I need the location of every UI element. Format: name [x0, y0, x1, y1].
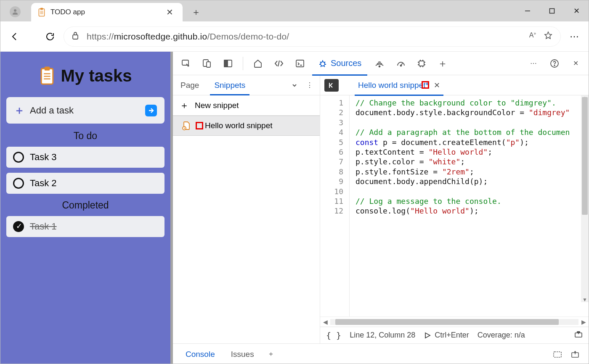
browser-titlebar: TODO app ✕ ＋ ✕ [0, 0, 589, 21]
url-text: https://microsoftedge.github.io/Demos/de… [87, 32, 289, 42]
cursor-position: Line 12, Column 28 [350, 331, 415, 340]
elements-tab-icon[interactable] [270, 55, 288, 72]
address-bar[interactable]: https://microsoftedge.github.io/Demos/de… [64, 26, 561, 47]
window-controls: ✕ [515, 0, 589, 21]
welcome-tab-icon[interactable] [249, 55, 267, 72]
plus-icon: ＋ [180, 99, 189, 112]
maximize-button[interactable] [540, 0, 564, 21]
devtools-tabstrip: Sources ＋ ⋯ ✕ [173, 52, 589, 75]
task-item[interactable]: Task 3 [6, 147, 164, 168]
browser-tab[interactable]: TODO app ✕ [31, 3, 183, 21]
drawer-expand-icon[interactable] [568, 347, 583, 362]
devtools-panel: Sources ＋ ⋯ ✕ Page Snippets ⋮ ＋ [170, 52, 589, 364]
close-tab-icon[interactable]: ✕ [434, 81, 440, 90]
minimize-button[interactable] [515, 0, 540, 21]
horizontal-scrollbar[interactable]: ◀▶ [320, 317, 589, 327]
circle-icon[interactable] [13, 152, 24, 163]
circle-icon[interactable] [13, 178, 24, 189]
collapse-navigator-button[interactable] [324, 79, 339, 92]
new-snippet-button[interactable]: ＋ New snippet [173, 95, 320, 116]
close-window-button[interactable]: ✕ [564, 0, 589, 21]
completed-heading: Completed [6, 200, 164, 211]
svg-point-22 [401, 65, 402, 66]
svg-rect-29 [554, 352, 561, 357]
svg-point-21 [379, 66, 380, 67]
read-aloud-icon[interactable]: A» [529, 31, 536, 42]
code-editor[interactable]: 123456789101112 // Change the background… [320, 95, 589, 317]
drawer-tab-issues[interactable]: Issues [224, 344, 261, 364]
svg-point-25 [554, 65, 555, 66]
network-tab-icon[interactable] [371, 55, 388, 72]
pretty-print-icon[interactable]: { } [326, 330, 341, 340]
todo-heading: To do [6, 130, 164, 142]
svg-rect-7 [550, 9, 555, 13]
task-item-completed[interactable]: Task 1 [6, 216, 164, 237]
code-editor-pane: Hello world snippet* ✕ 123456789101112 /… [320, 75, 589, 343]
highlight-marker-icon [196, 122, 203, 129]
favorite-icon[interactable] [544, 31, 553, 42]
code-content[interactable]: // Change the background color to "dimgr… [350, 95, 589, 317]
memory-tab-icon[interactable] [413, 55, 430, 72]
clipboard-icon [39, 66, 55, 85]
tab-close-icon[interactable]: ✕ [164, 6, 175, 18]
task-label: Task 2 [30, 178, 57, 189]
devtools-more-icon[interactable]: ⋯ [525, 55, 542, 72]
console-tab-icon[interactable] [291, 55, 309, 72]
tab-title: TODO app [50, 8, 159, 16]
new-tab-button[interactable]: ＋ [188, 5, 204, 20]
close-devtools-icon[interactable]: ✕ [567, 55, 584, 72]
bug-icon [318, 59, 327, 68]
nav-tab-snippets[interactable]: Snippets [207, 75, 253, 95]
editor-statusbar: { } Line 12, Column 28 Ctrl+Enter Covera… [320, 327, 589, 343]
page-title: My tasks [61, 66, 132, 85]
drawer-add-tab-icon[interactable]: ＋ [263, 347, 279, 362]
editor-tab-label: Hello world snippet* [358, 81, 429, 90]
snippet-file-icon [181, 121, 191, 131]
dock-side-icon[interactable] [219, 55, 237, 72]
nav-tab-page[interactable]: Page [173, 75, 207, 95]
line-gutter: 123456789101112 [320, 95, 350, 317]
task-label: Task 1 [30, 221, 57, 232]
more-tabs-button[interactable]: ＋ [434, 55, 451, 72]
nav-kebab-icon[interactable]: ⋮ [302, 78, 317, 93]
snippet-row[interactable]: Hello world snippet [173, 116, 320, 136]
page-content: My tasks ＋Add a task To do Task 3 Task 2… [0, 52, 170, 364]
check-circle-icon[interactable] [13, 221, 24, 232]
performance-tab-icon[interactable] [392, 55, 409, 72]
plus-icon: ＋ [14, 103, 25, 118]
svg-point-0 [14, 9, 16, 12]
inspect-element-icon[interactable] [177, 55, 195, 72]
svg-rect-23 [419, 61, 424, 66]
svg-rect-10 [44, 67, 49, 71]
devtools-drawer: Console Issues ＋ [173, 343, 589, 364]
svg-rect-2 [40, 8, 43, 10]
task-label: Task 3 [30, 152, 57, 163]
refresh-button[interactable] [41, 27, 59, 46]
coverage-status: Coverage: n/a [478, 331, 525, 340]
add-task-label: Add a task [30, 105, 74, 116]
device-toggle-icon[interactable] [198, 55, 216, 72]
nav-more-tabs-icon[interactable] [287, 78, 302, 93]
snippet-name: Hello world snippet [205, 121, 273, 130]
svg-rect-14 [182, 60, 188, 65]
task-item[interactable]: Task 2 [6, 173, 164, 194]
run-snippet-button[interactable]: Ctrl+Enter [424, 331, 469, 340]
highlight-marker-icon [422, 81, 429, 89]
editor-tab[interactable]: Hello world snippet* ✕ [352, 75, 446, 95]
profile-button[interactable] [10, 6, 21, 17]
back-button[interactable] [5, 27, 24, 46]
drawer-errors-icon[interactable] [550, 347, 565, 362]
save-icon[interactable] [574, 330, 583, 340]
sources-navigator: Page Snippets ⋮ ＋ New snippet Hello worl… [173, 75, 320, 343]
svg-rect-8 [73, 35, 78, 39]
help-icon[interactable] [546, 55, 563, 72]
drawer-tab-console[interactable]: Console [179, 344, 222, 364]
vertical-scrollbar[interactable]: ▲▼ [581, 95, 589, 302]
clipboard-icon [38, 8, 45, 17]
browser-toolbar: https://microsoftedge.github.io/Demos/de… [0, 21, 589, 52]
add-task-input[interactable]: ＋Add a task [6, 97, 164, 124]
submit-task-button[interactable] [145, 105, 157, 116]
lock-icon [72, 32, 79, 42]
browser-menu-button[interactable]: ⋯ [565, 31, 584, 42]
sources-tab[interactable]: Sources [312, 52, 367, 75]
